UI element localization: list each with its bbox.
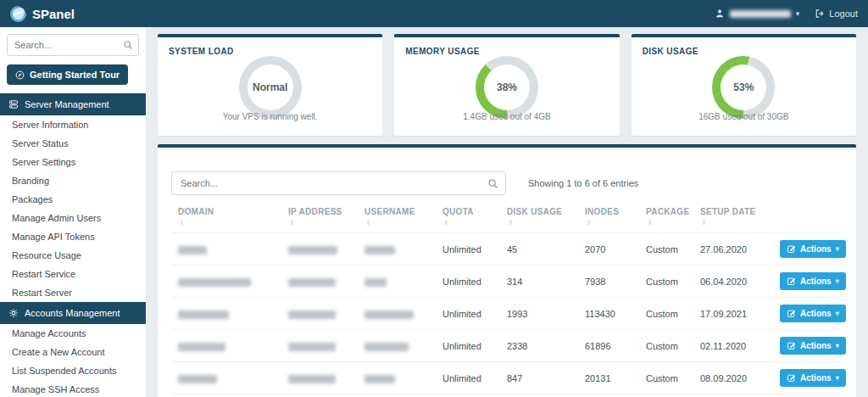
sidebar-item-server-status[interactable]: Server Status	[0, 134, 146, 153]
column-label: USERNAME	[364, 207, 415, 216]
cell-domain	[171, 394, 281, 397]
cell-ip-address-redacted	[288, 343, 336, 351]
column-domain[interactable]: DOMAIN	[171, 202, 281, 233]
cell-setup-date: 02.11.2020	[693, 330, 773, 362]
cell-username-redacted	[364, 246, 395, 254]
cell-ip-address	[281, 298, 358, 330]
cell-disk-usage: 45	[500, 233, 578, 266]
topbar: SPanel ▾ Logout	[0, 0, 868, 27]
cell-setup-date: 27.06.2020	[693, 233, 773, 266]
showing-entries-text: Showing 1 to 6 of 6 entries	[528, 178, 638, 188]
actions-button[interactable]: Actions▾	[780, 369, 846, 387]
sort-icon[interactable]	[507, 218, 571, 227]
column-disk-usage[interactable]: DISK USAGE	[500, 202, 578, 233]
cell-inodes: 3423	[578, 394, 639, 397]
sidebar-item-restart-server[interactable]: Restart Server	[0, 283, 146, 302]
card-title: DISK USAGE	[632, 37, 856, 56]
sidebar-item-server-settings[interactable]: Server Settings	[0, 153, 146, 171]
sidebar-item-manage-accounts[interactable]: Manage Accounts	[0, 324, 146, 343]
sidebar-nav: Server ManagementServer InformationServe…	[0, 93, 146, 397]
column-setup-date[interactable]: SETUP DATE	[693, 202, 773, 233]
cell-username-redacted	[364, 278, 387, 287]
cell-domain	[171, 233, 281, 266]
sidebar-section-server-management[interactable]: Server Management	[0, 93, 146, 115]
cell-package: Custom	[639, 362, 693, 394]
column-quota[interactable]: QUOTA	[436, 202, 500, 233]
sort-icon[interactable]	[442, 218, 493, 227]
actions-button[interactable]: Actions▾	[780, 305, 846, 322]
sort-icon[interactable]	[364, 218, 429, 227]
cell-inodes: 113430	[578, 298, 639, 330]
edit-icon	[787, 341, 796, 350]
cell-domain	[171, 266, 281, 298]
cell-actions: Actions▾	[773, 394, 843, 397]
user-menu[interactable]: ▾	[715, 8, 800, 19]
sort-icon[interactable]	[585, 218, 632, 227]
cell-username-redacted	[364, 343, 409, 351]
card-title: MEMORY USAGE	[394, 37, 619, 56]
compass-icon	[15, 70, 25, 80]
table-search-input[interactable]	[171, 171, 506, 195]
username-redacted	[730, 10, 791, 18]
topbar-right: ▾ Logout	[715, 8, 858, 19]
spanel-logo-icon	[10, 6, 26, 22]
cell-domain-redacted	[178, 278, 251, 287]
actions-label: Actions	[800, 244, 832, 254]
column-username[interactable]: USERNAME	[358, 202, 436, 233]
logout-icon	[815, 8, 825, 19]
actions-button[interactable]: Actions▾	[780, 272, 846, 290]
column-label: PACKAGE	[646, 207, 689, 216]
cell-disk-usage: 314	[500, 266, 578, 298]
table-header-row: DOMAINIP ADDRESSUSERNAMEQUOTADISK USAGEI…	[171, 202, 843, 233]
getting-started-tour-button[interactable]: Getting Started Tour	[7, 64, 128, 85]
column-ip-address[interactable]: IP ADDRESS	[281, 202, 358, 233]
cell-username-redacted	[364, 310, 414, 319]
column-inodes[interactable]: INODES	[578, 202, 639, 233]
gauge-value: Normal	[239, 56, 302, 119]
sidebar-item-manage-ssh-access[interactable]: Manage SSH Access	[0, 380, 146, 397]
actions-button[interactable]: Actions▾	[780, 337, 846, 355]
sidebar-item-manage-api-tokens[interactable]: Manage API Tokens	[0, 227, 146, 246]
cell-ip-address	[281, 394, 358, 397]
table-row: Unlimited84720131Custom08.09.2020Actions…	[171, 362, 843, 394]
table-body: Unlimited452070Custom27.06.2020Actions▾U…	[171, 233, 843, 397]
cell-actions: Actions▾	[773, 298, 843, 330]
sidebar-section-accounts-management[interactable]: Accounts Management	[0, 302, 146, 324]
chevron-down-icon: ▾	[836, 374, 839, 382]
sort-icon[interactable]	[646, 218, 687, 227]
sidebar: Getting Started Tour Server ManagementSe…	[0, 27, 146, 397]
cell-setup-date: 06.07.2020	[693, 394, 773, 397]
sidebar-item-branding[interactable]: Branding	[0, 171, 146, 190]
cell-disk-usage: 2338	[500, 330, 578, 362]
sidebar-item-manage-admin-users[interactable]: Manage Admin Users	[0, 209, 146, 227]
sidebar-item-resource-usage[interactable]: Resource Usage	[0, 246, 146, 265]
sort-icon[interactable]	[178, 218, 275, 227]
chevron-down-icon: ▾	[796, 9, 800, 18]
column-label: IP ADDRESS	[288, 207, 342, 216]
sidebar-item-restart-service[interactable]: Restart Service	[0, 265, 146, 283]
sidebar-item-server-information[interactable]: Server Information	[0, 115, 146, 134]
edit-icon	[787, 244, 796, 254]
sidebar-item-packages[interactable]: Packages	[0, 190, 146, 209]
brand-name: SPanel	[32, 7, 75, 21]
cell-domain-redacted	[178, 246, 207, 254]
sort-icon[interactable]	[700, 218, 766, 227]
sidebar-item-list-suspended-accounts[interactable]: List Suspended Accounts	[0, 361, 146, 380]
sidebar-item-create-a-new-account[interactable]: Create a New Account	[0, 343, 146, 361]
sidebar-search-input[interactable]	[7, 34, 139, 56]
cell-inodes: 61896	[578, 330, 639, 362]
table-row: Unlimited2183423Custom06.07.2020Actions▾	[171, 394, 843, 397]
sort-icon[interactable]	[288, 218, 351, 227]
cell-quota: Unlimited	[436, 362, 500, 394]
chevron-down-icon: ▾	[836, 277, 839, 285]
gauge-value: 53%	[712, 56, 775, 119]
actions-label: Actions	[800, 309, 832, 318]
sidebar-section-label: Server Management	[25, 99, 109, 109]
cell-ip-address-redacted	[288, 310, 336, 319]
cell-setup-date: 17.09.2021	[693, 298, 773, 330]
logout-button[interactable]: Logout	[815, 8, 858, 19]
actions-button[interactable]: Actions▾	[780, 240, 846, 258]
column-package[interactable]: PACKAGE	[639, 202, 693, 233]
gauge-donut: Normal	[239, 56, 302, 119]
brand[interactable]: SPanel	[10, 6, 75, 22]
